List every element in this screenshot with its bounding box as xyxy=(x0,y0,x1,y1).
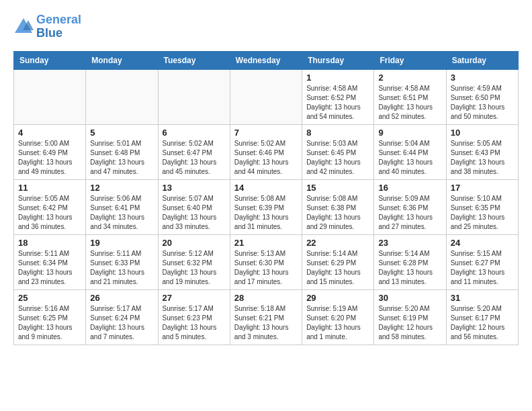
calendar-cell: 27Sunrise: 5:17 AMSunset: 6:23 PMDayligh… xyxy=(158,289,230,345)
day-info: Sunrise: 5:15 AMSunset: 6:27 PMDaylight:… xyxy=(451,249,514,287)
calendar-cell xyxy=(230,69,302,124)
day-number: 25 xyxy=(18,293,81,303)
day-info: Sunrise: 4:58 AMSunset: 6:52 PMDaylight:… xyxy=(306,84,369,122)
day-info: Sunrise: 5:19 AMSunset: 6:20 PMDaylight:… xyxy=(306,304,369,342)
calendar-cell: 9Sunrise: 5:04 AMSunset: 6:44 PMDaylight… xyxy=(374,124,446,179)
day-info: Sunrise: 5:11 AMSunset: 6:33 PMDaylight:… xyxy=(90,249,153,287)
day-info: Sunrise: 5:10 AMSunset: 6:35 PMDaylight:… xyxy=(451,194,514,232)
calendar-cell: 15Sunrise: 5:08 AMSunset: 6:38 PMDayligh… xyxy=(302,179,374,234)
weekday-header: Saturday xyxy=(446,51,518,69)
calendar-cell: 12Sunrise: 5:06 AMSunset: 6:41 PMDayligh… xyxy=(86,179,158,234)
day-info: Sunrise: 5:11 AMSunset: 6:34 PMDaylight:… xyxy=(18,249,81,287)
calendar-week-row: 11Sunrise: 5:05 AMSunset: 6:42 PMDayligh… xyxy=(14,179,519,234)
day-info: Sunrise: 5:13 AMSunset: 6:30 PMDaylight:… xyxy=(234,249,298,287)
day-number: 31 xyxy=(451,293,514,303)
calendar-week-row: 18Sunrise: 5:11 AMSunset: 6:34 PMDayligh… xyxy=(14,234,519,289)
calendar-cell: 3Sunrise: 4:59 AMSunset: 6:50 PMDaylight… xyxy=(446,69,518,124)
day-number: 20 xyxy=(163,238,226,248)
calendar-cell xyxy=(158,69,230,124)
calendar-cell: 6Sunrise: 5:02 AMSunset: 6:47 PMDaylight… xyxy=(158,124,230,179)
day-info: Sunrise: 4:59 AMSunset: 6:50 PMDaylight:… xyxy=(451,84,514,122)
logo-icon xyxy=(13,17,34,37)
logo: General Blue xyxy=(13,13,81,40)
day-number: 17 xyxy=(451,183,514,193)
day-number: 11 xyxy=(18,183,81,193)
day-number: 26 xyxy=(90,293,153,303)
day-number: 12 xyxy=(90,183,153,193)
day-info: Sunrise: 5:20 AMSunset: 6:17 PMDaylight:… xyxy=(451,304,514,342)
weekday-header: Wednesday xyxy=(230,51,302,69)
day-info: Sunrise: 5:17 AMSunset: 6:23 PMDaylight:… xyxy=(163,304,226,342)
day-number: 27 xyxy=(163,293,226,303)
weekday-header: Tuesday xyxy=(158,51,230,69)
day-number: 6 xyxy=(163,128,226,138)
calendar-cell: 11Sunrise: 5:05 AMSunset: 6:42 PMDayligh… xyxy=(14,179,86,234)
day-info: Sunrise: 5:20 AMSunset: 6:19 PMDaylight:… xyxy=(378,304,441,342)
calendar-cell: 30Sunrise: 5:20 AMSunset: 6:19 PMDayligh… xyxy=(374,289,446,345)
page-header: General Blue xyxy=(13,13,519,40)
day-info: Sunrise: 5:08 AMSunset: 6:39 PMDaylight:… xyxy=(234,194,298,232)
calendar-cell: 13Sunrise: 5:07 AMSunset: 6:40 PMDayligh… xyxy=(158,179,230,234)
calendar-cell: 24Sunrise: 5:15 AMSunset: 6:27 PMDayligh… xyxy=(446,234,518,289)
day-number: 30 xyxy=(378,293,441,303)
day-number: 5 xyxy=(90,128,153,138)
calendar-cell: 8Sunrise: 5:03 AMSunset: 6:45 PMDaylight… xyxy=(302,124,374,179)
day-number: 24 xyxy=(451,238,514,248)
calendar: SundayMondayTuesdayWednesdayThursdayFrid… xyxy=(13,51,519,345)
day-number: 21 xyxy=(234,238,298,248)
day-info: Sunrise: 5:14 AMSunset: 6:28 PMDaylight:… xyxy=(378,249,441,287)
calendar-cell: 31Sunrise: 5:20 AMSunset: 6:17 PMDayligh… xyxy=(446,289,518,345)
day-info: Sunrise: 5:00 AMSunset: 6:49 PMDaylight:… xyxy=(18,139,81,177)
calendar-cell xyxy=(14,69,86,124)
calendar-cell: 28Sunrise: 5:18 AMSunset: 6:21 PMDayligh… xyxy=(230,289,302,345)
calendar-cell: 22Sunrise: 5:14 AMSunset: 6:29 PMDayligh… xyxy=(302,234,374,289)
calendar-cell: 23Sunrise: 5:14 AMSunset: 6:28 PMDayligh… xyxy=(374,234,446,289)
day-info: Sunrise: 5:06 AMSunset: 6:41 PMDaylight:… xyxy=(90,194,153,232)
weekday-header: Monday xyxy=(86,51,158,69)
day-number: 3 xyxy=(451,73,514,83)
day-info: Sunrise: 5:05 AMSunset: 6:42 PMDaylight:… xyxy=(18,194,81,232)
calendar-cell: 7Sunrise: 5:02 AMSunset: 6:46 PMDaylight… xyxy=(230,124,302,179)
weekday-header-row: SundayMondayTuesdayWednesdayThursdayFrid… xyxy=(14,51,519,69)
calendar-cell: 16Sunrise: 5:09 AMSunset: 6:36 PMDayligh… xyxy=(374,179,446,234)
day-number: 8 xyxy=(306,128,369,138)
day-info: Sunrise: 5:14 AMSunset: 6:29 PMDaylight:… xyxy=(306,249,369,287)
calendar-cell: 26Sunrise: 5:17 AMSunset: 6:24 PMDayligh… xyxy=(86,289,158,345)
day-number: 29 xyxy=(306,293,369,303)
calendar-week-row: 25Sunrise: 5:16 AMSunset: 6:25 PMDayligh… xyxy=(14,289,519,345)
calendar-week-row: 4Sunrise: 5:00 AMSunset: 6:49 PMDaylight… xyxy=(14,124,519,179)
day-info: Sunrise: 5:05 AMSunset: 6:43 PMDaylight:… xyxy=(451,139,514,177)
day-number: 28 xyxy=(234,293,298,303)
day-info: Sunrise: 5:04 AMSunset: 6:44 PMDaylight:… xyxy=(378,139,441,177)
day-info: Sunrise: 5:02 AMSunset: 6:46 PMDaylight:… xyxy=(234,139,298,177)
calendar-cell: 20Sunrise: 5:12 AMSunset: 6:32 PMDayligh… xyxy=(158,234,230,289)
day-info: Sunrise: 5:12 AMSunset: 6:32 PMDaylight:… xyxy=(163,249,226,287)
day-number: 22 xyxy=(306,238,369,248)
calendar-cell: 14Sunrise: 5:08 AMSunset: 6:39 PMDayligh… xyxy=(230,179,302,234)
day-info: Sunrise: 5:08 AMSunset: 6:38 PMDaylight:… xyxy=(306,194,369,232)
day-number: 15 xyxy=(306,183,369,193)
day-number: 18 xyxy=(18,238,81,248)
calendar-week-row: 1Sunrise: 4:58 AMSunset: 6:52 PMDaylight… xyxy=(14,69,519,124)
day-number: 4 xyxy=(18,128,81,138)
calendar-cell xyxy=(86,69,158,124)
calendar-cell: 1Sunrise: 4:58 AMSunset: 6:52 PMDaylight… xyxy=(302,69,374,124)
day-info: Sunrise: 5:03 AMSunset: 6:45 PMDaylight:… xyxy=(306,139,369,177)
day-number: 14 xyxy=(234,183,298,193)
calendar-cell: 19Sunrise: 5:11 AMSunset: 6:33 PMDayligh… xyxy=(86,234,158,289)
weekday-header: Sunday xyxy=(14,51,86,69)
day-info: Sunrise: 5:01 AMSunset: 6:48 PMDaylight:… xyxy=(90,139,153,177)
calendar-cell: 21Sunrise: 5:13 AMSunset: 6:30 PMDayligh… xyxy=(230,234,302,289)
calendar-cell: 18Sunrise: 5:11 AMSunset: 6:34 PMDayligh… xyxy=(14,234,86,289)
calendar-cell: 29Sunrise: 5:19 AMSunset: 6:20 PMDayligh… xyxy=(302,289,374,345)
day-number: 2 xyxy=(378,73,441,83)
calendar-cell: 2Sunrise: 4:58 AMSunset: 6:51 PMDaylight… xyxy=(374,69,446,124)
day-info: Sunrise: 5:09 AMSunset: 6:36 PMDaylight:… xyxy=(378,194,441,232)
weekday-header: Thursday xyxy=(302,51,374,69)
calendar-cell: 17Sunrise: 5:10 AMSunset: 6:35 PMDayligh… xyxy=(446,179,518,234)
logo-text: General Blue xyxy=(36,13,81,40)
day-info: Sunrise: 5:17 AMSunset: 6:24 PMDaylight:… xyxy=(90,304,153,342)
day-number: 1 xyxy=(306,73,369,83)
day-number: 16 xyxy=(378,183,441,193)
calendar-cell: 4Sunrise: 5:00 AMSunset: 6:49 PMDaylight… xyxy=(14,124,86,179)
